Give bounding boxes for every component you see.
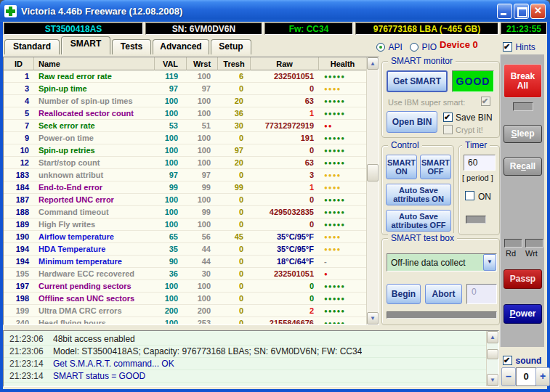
table-row[interactable]: 3 Spin-up time 97 97 0 0 ●●●● <box>4 83 366 95</box>
save-bin-checkbox[interactable] <box>443 113 453 122</box>
api-radio[interactable]: API <box>376 40 403 53</box>
sleep-button[interactable]: Sleep <box>504 125 542 143</box>
log-scroll-track[interactable] <box>487 343 498 374</box>
table-row[interactable]: 187 Reported UNC error 100 100 0 0 ●●●●● <box>4 194 366 206</box>
tab-standard[interactable]: Standard <box>4 39 60 54</box>
tab-tests[interactable]: Tests <box>112 39 151 54</box>
pio-radio[interactable]: PIO <box>410 40 437 53</box>
write-led-label: Wrt <box>525 249 538 258</box>
recall-button[interactable]: Recall <box>504 158 542 176</box>
header-raw: Raw <box>251 57 319 70</box>
cell-health-dots: ●●●●● <box>319 73 366 80</box>
table-row[interactable]: 240 Head flying hours 100 253 0 21558466… <box>4 317 366 324</box>
cell-health-dots: ● <box>319 271 366 277</box>
cell-tresh: 0 <box>218 195 251 204</box>
cell-wrst: 100 <box>187 195 218 204</box>
volume-decrease-button[interactable]: – <box>501 367 516 386</box>
volume-increase-button[interactable]: + <box>535 367 550 386</box>
table-row[interactable]: 4 Number of spin-up times 100 100 20 63 … <box>4 95 366 107</box>
sound-checkbox[interactable]: sound <box>503 354 541 367</box>
test-select-dropdown[interactable]: Off-line data collect ▼ <box>387 253 497 271</box>
log-scroll-thumb[interactable] <box>487 349 498 359</box>
hints-checkbox-box[interactable] <box>503 42 512 52</box>
sound-checkbox-box[interactable] <box>503 356 512 365</box>
timer-on-label: ON <box>478 192 491 202</box>
table-row[interactable]: 199 Ultra DMA CRC errors 200 200 0 2 ●●●… <box>4 305 366 317</box>
log-scroll-up-icon[interactable]: ▲ <box>487 331 498 343</box>
open-bin-button[interactable]: Open BIN <box>387 111 437 133</box>
table-scrollbar[interactable]: ▲ ▼ <box>366 57 379 324</box>
cell-raw: 3 <box>251 171 319 179</box>
app-window: Victoria 4.46b Freeware (12.08.2008) ST3… <box>0 0 550 392</box>
abort-button[interactable]: Abort <box>425 284 462 304</box>
power-button[interactable]: Power <box>504 304 542 324</box>
close-button[interactable] <box>530 4 546 19</box>
table-row[interactable]: 190 Airflow temperature 65 56 45 35°C/95… <box>4 231 366 243</box>
table-row[interactable]: 198 Offline scan UNC sectors 100 100 0 0… <box>4 293 366 305</box>
header-tresh: Tresh <box>218 57 251 70</box>
table-row[interactable]: 1 Raw read error rate 119 100 6 23250105… <box>4 70 366 83</box>
tab-smart[interactable]: SMART <box>61 36 110 54</box>
cell-id: 1 <box>4 72 34 81</box>
window-content: ST3500418AS SN: 6VM0DV6N Fw: CC34 976773… <box>3 22 547 389</box>
smart-off-button[interactable]: SMART OFF <box>420 155 451 179</box>
cell-name: Hardware ECC recovered <box>34 269 155 278</box>
cell-tresh: 45 <box>218 232 251 241</box>
break-all-button[interactable]: Break All <box>504 64 542 98</box>
ibm-smart-label: Use IBM super smart: <box>388 98 465 107</box>
cell-tresh: 0 <box>218 220 251 229</box>
cell-tresh: 99 <box>218 183 251 192</box>
scroll-down-icon[interactable]: ▼ <box>367 312 379 324</box>
cell-raw: 0 <box>251 195 319 204</box>
cell-id: 9 <box>4 134 34 142</box>
table-row[interactable]: 189 High Fly writes 100 100 0 0 ●●●●● <box>4 219 366 231</box>
table-row[interactable]: 10 Spin-up retries 100 100 97 0 ●●●●● <box>4 144 366 157</box>
pio-radio-circle[interactable] <box>410 43 418 52</box>
scroll-up-icon[interactable]: ▲ <box>367 57 379 70</box>
test-count-input[interactable]: 0 <box>466 284 497 304</box>
device-model: ST3500418AS <box>4 23 143 35</box>
cell-name: Ultra DMA CRC errors <box>34 306 155 315</box>
table-row[interactable]: 5 Reallocated sector count 100 100 36 1 … <box>4 107 366 120</box>
begin-button[interactable]: Begin <box>387 284 421 304</box>
table-row[interactable]: 184 End-to-End error 99 99 99 1 ●●●● <box>4 181 366 194</box>
table-row[interactable]: 7 Seek error rate 53 51 30 77312972919 ●… <box>4 120 366 132</box>
title-bar[interactable]: Victoria 4.46b Freeware (12.08.2008) <box>0 0 550 22</box>
log-scrollbar[interactable]: ▲ ▼ <box>486 331 498 386</box>
table-row[interactable]: 194 Minimum temperature 90 44 0 18°C/64°… <box>4 256 366 268</box>
get-smart-button[interactable]: Get SMART <box>387 70 448 92</box>
table-row[interactable]: 12 Start/stop count 100 100 20 63 ●●●●● <box>4 157 366 169</box>
cell-id: 188 <box>4 208 34 216</box>
clock: 21:23:55 <box>501 23 547 35</box>
table-row[interactable]: 197 Current pending sectors 100 100 0 0 … <box>4 280 366 293</box>
table-row[interactable]: 183 unknown attribut 97 97 0 3 ●●●● <box>4 169 366 181</box>
tab-setup[interactable]: Setup <box>211 39 251 54</box>
cell-val: 100 <box>155 220 187 229</box>
cell-raw: 0 <box>251 84 319 93</box>
smart-table-body[interactable]: 1 Raw read error rate 119 100 6 23250105… <box>4 70 366 324</box>
table-scroll-thumb[interactable] <box>367 164 379 181</box>
table-row[interactable]: 188 Command timeout 100 99 0 4295032835 … <box>4 206 366 219</box>
tab-advanced[interactable]: Advanced <box>153 39 209 54</box>
timer-period-input[interactable]: 60 <box>464 155 496 171</box>
cell-id: 199 <box>4 306 34 315</box>
timer-on-checkbox[interactable] <box>465 191 474 200</box>
autosave-on-button[interactable]: Auto Save attributes ON <box>386 184 451 205</box>
minimize-button[interactable] <box>497 4 512 19</box>
chevron-down-icon[interactable]: ▼ <box>483 254 496 271</box>
maximize-button[interactable] <box>514 4 529 19</box>
cell-name: Offline scan UNC sectors <box>34 294 155 303</box>
table-row[interactable]: 9 Power-on time 100 100 0 191 ●●●●● <box>4 132 366 144</box>
timer-led <box>466 216 486 224</box>
table-scroll-track[interactable] <box>367 70 379 312</box>
passp-button[interactable]: Passp <box>504 269 542 289</box>
table-row[interactable]: 194 HDA Temperature 35 44 0 35°C/95°F ●●… <box>4 243 366 256</box>
api-radio-circle[interactable] <box>376 43 385 52</box>
smart-on-button[interactable]: SMART ON <box>386 155 417 179</box>
table-row[interactable]: 195 Hardware ECC recovered 36 30 0 23250… <box>4 268 366 280</box>
hints-checkbox[interactable]: Hints <box>503 40 535 53</box>
cell-raw: 35°C/95°F <box>251 245 319 253</box>
log-scroll-down-icon[interactable]: ▼ <box>487 374 498 386</box>
autosave-off-button[interactable]: Auto Save attributes OFF <box>386 210 451 232</box>
cell-name: Spin-up retries <box>34 146 155 155</box>
